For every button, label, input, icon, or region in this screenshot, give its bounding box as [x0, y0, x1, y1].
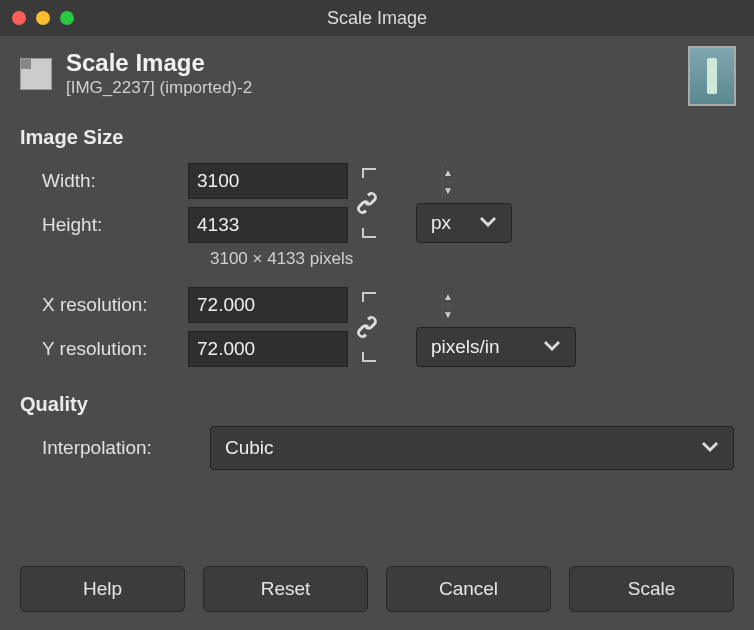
aspect-ratio-chain-icon[interactable] [354, 190, 380, 216]
xres-label: X resolution: [20, 294, 188, 316]
resolution-link-column [348, 283, 394, 371]
aspect-link-column [348, 159, 394, 247]
dialog-title: Scale Image [66, 50, 252, 76]
scale-button[interactable]: Scale [569, 566, 734, 612]
window-title: Scale Image [327, 8, 427, 29]
maximize-icon[interactable] [60, 11, 74, 25]
xres-spinbox[interactable]: ▲ ▼ [188, 287, 348, 323]
close-icon[interactable] [12, 11, 26, 25]
height-label: Height: [20, 214, 188, 236]
dialog-footer: Help Reset Cancel Scale [0, 566, 754, 630]
yres-label: Y resolution: [20, 338, 188, 360]
chevron-down-icon [701, 437, 719, 459]
size-unit-select[interactable]: px [416, 203, 512, 243]
height-spinbox[interactable]: ▲ ▼ [188, 207, 348, 243]
titlebar: Scale Image [0, 0, 754, 36]
help-button[interactable]: Help [20, 566, 185, 612]
reset-button[interactable]: Reset [203, 566, 368, 612]
resolution-unit-select[interactable]: pixels/in [416, 327, 576, 367]
minimize-icon[interactable] [36, 11, 50, 25]
size-unit-value: px [431, 212, 451, 234]
width-spinbox[interactable]: ▲ ▼ [188, 163, 348, 199]
pixel-dimensions-summary: 3100 × 4133 pixels [20, 249, 734, 269]
width-label: Width: [20, 170, 188, 192]
cancel-button[interactable]: Cancel [386, 566, 551, 612]
image-size-heading: Image Size [20, 126, 734, 149]
resolution-chain-icon[interactable] [354, 314, 380, 340]
dialog-header: Scale Image [IMG_2237] (imported)-2 [0, 36, 754, 116]
scale-image-icon [20, 58, 52, 90]
interpolation-value: Cubic [225, 437, 274, 459]
resolution-unit-value: pixels/in [431, 336, 500, 358]
dialog-subtitle: [IMG_2237] (imported)-2 [66, 78, 252, 98]
image-thumbnail [688, 46, 736, 106]
chevron-down-icon [543, 336, 561, 358]
chevron-down-icon [479, 212, 497, 234]
window-controls [12, 11, 74, 25]
interpolation-select[interactable]: Cubic [210, 426, 734, 470]
yres-spinbox[interactable]: ▲ ▼ [188, 331, 348, 367]
quality-heading: Quality [20, 393, 734, 416]
interpolation-label: Interpolation: [20, 437, 210, 459]
